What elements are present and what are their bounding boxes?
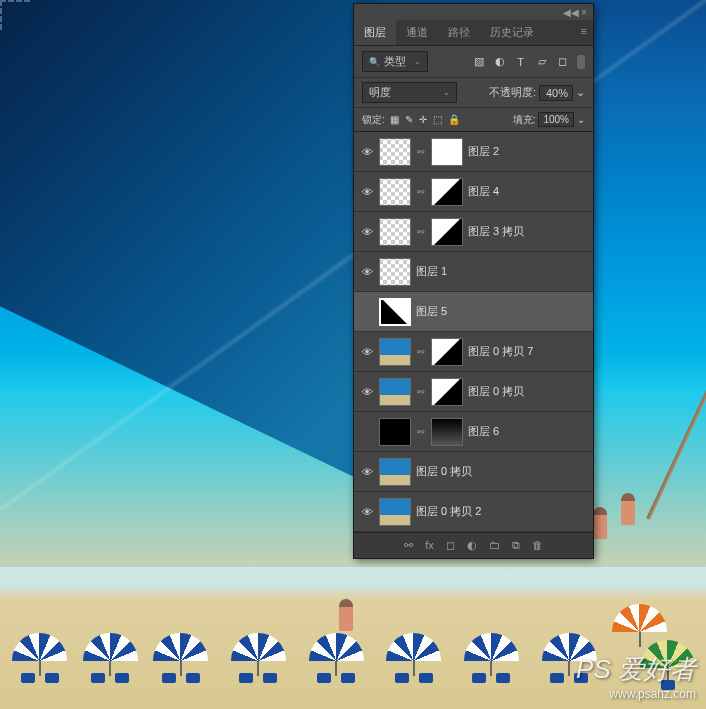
- mask-link-icon[interactable]: ⚯: [416, 187, 426, 197]
- layer-row[interactable]: 👁图层 1: [354, 252, 593, 292]
- new-layer-icon[interactable]: ⧉: [512, 539, 520, 552]
- adjustment-layer-icon[interactable]: ◐: [467, 539, 477, 552]
- visibility-toggle-icon[interactable]: 👁: [360, 145, 374, 159]
- lock-pixels-icon[interactable]: ✎: [405, 114, 413, 125]
- visibility-toggle-icon[interactable]: 👁: [360, 345, 374, 359]
- tab-paths[interactable]: 路径: [438, 20, 480, 45]
- visibility-toggle-icon[interactable]: 👁: [360, 185, 374, 199]
- filter-shape-icon[interactable]: ▱: [535, 55, 548, 68]
- layer-thumbnail[interactable]: [379, 218, 411, 246]
- fill-value[interactable]: 100%: [538, 112, 574, 127]
- watermark-brand: PS 爱好者: [576, 654, 696, 684]
- new-group-icon[interactable]: 🗀: [489, 539, 500, 552]
- layer-name[interactable]: 图层 0 拷贝: [416, 464, 472, 479]
- image-person: [339, 599, 353, 631]
- blend-mode-row: 明度 ⌄ 不透明度: 40% ⌄: [354, 78, 593, 108]
- collapse-icon[interactable]: ◀◀: [563, 7, 579, 18]
- layer-name[interactable]: 图层 1: [416, 264, 447, 279]
- mask-link-icon[interactable]: ⚯: [416, 227, 426, 237]
- mask-thumbnail[interactable]: [431, 138, 463, 166]
- layer-row[interactable]: 👁⚯图层 2: [354, 132, 593, 172]
- image-umbrella: [304, 633, 369, 688]
- image-umbrella: [78, 633, 143, 688]
- layer-name[interactable]: 图层 3 拷贝: [468, 224, 524, 239]
- layer-name[interactable]: 图层 5: [416, 304, 447, 319]
- chevron-down-icon: ⌄: [443, 88, 450, 97]
- layer-thumbnail[interactable]: [379, 498, 411, 526]
- layer-thumbnail[interactable]: [379, 178, 411, 206]
- close-icon[interactable]: ×: [581, 7, 587, 18]
- visibility-toggle-icon[interactable]: 👁: [360, 465, 374, 479]
- layer-row[interactable]: 图层 5: [354, 292, 593, 332]
- visibility-toggle-icon[interactable]: 👁: [360, 265, 374, 279]
- layer-thumbnail[interactable]: [379, 338, 411, 366]
- layer-name[interactable]: 图层 6: [468, 424, 499, 439]
- visibility-toggle-icon[interactable]: [360, 305, 374, 319]
- mask-link-icon[interactable]: ⚯: [416, 387, 426, 397]
- layer-thumbnail[interactable]: [379, 258, 411, 286]
- layers-list: 👁⚯图层 2👁⚯图层 4👁⚯图层 3 拷贝👁图层 1图层 5👁⚯图层 0 拷贝 …: [354, 132, 593, 532]
- layer-name[interactable]: 图层 0 拷贝 7: [468, 344, 533, 359]
- layers-panel[interactable]: ◀◀ × 图层 通道 路径 历史记录 ≡ 🔍 类型 ⌄ ▧ ◐ T ▱ ◻ 明度…: [353, 3, 594, 559]
- layer-thumbnail[interactable]: [379, 298, 411, 326]
- tab-layers[interactable]: 图层: [354, 20, 396, 45]
- search-icon: 🔍: [369, 57, 380, 67]
- mask-link-icon[interactable]: ⚯: [416, 147, 426, 157]
- delete-layer-icon[interactable]: 🗑: [532, 539, 543, 552]
- mask-link-icon[interactable]: ⚯: [416, 347, 426, 357]
- image-umbrella: [148, 633, 213, 688]
- filter-type-select[interactable]: 🔍 类型 ⌄: [362, 51, 428, 72]
- watermark-url: www.psahz.com: [576, 687, 696, 701]
- filter-adjustment-icon[interactable]: ◐: [493, 55, 506, 68]
- layer-row[interactable]: 👁⚯图层 0 拷贝: [354, 372, 593, 412]
- layer-fx-icon[interactable]: fx: [425, 539, 434, 552]
- lock-label: 锁定:: [362, 113, 385, 127]
- layer-thumbnail[interactable]: [379, 458, 411, 486]
- mask-thumbnail[interactable]: [431, 338, 463, 366]
- image-umbrella: [381, 633, 446, 688]
- layer-row[interactable]: 👁图层 0 拷贝 2: [354, 492, 593, 532]
- tab-history[interactable]: 历史记录: [480, 20, 544, 45]
- blend-mode-select[interactable]: 明度 ⌄: [362, 82, 457, 103]
- chevron-down-icon[interactable]: ⌄: [576, 86, 585, 99]
- layer-thumbnail[interactable]: [379, 378, 411, 406]
- layer-row[interactable]: ⚯图层 6: [354, 412, 593, 452]
- layer-row[interactable]: 👁⚯图层 0 拷贝 7: [354, 332, 593, 372]
- visibility-toggle-icon[interactable]: 👁: [360, 385, 374, 399]
- add-mask-icon[interactable]: ◻: [446, 539, 455, 552]
- layer-thumbnail[interactable]: [379, 418, 411, 446]
- mask-thumbnail[interactable]: [431, 218, 463, 246]
- layer-thumbnail[interactable]: [379, 138, 411, 166]
- lock-artboard-icon[interactable]: ⬚: [433, 114, 442, 125]
- panel-controls: ◀◀ ×: [563, 7, 587, 18]
- layer-row[interactable]: 👁⚯图层 3 拷贝: [354, 212, 593, 252]
- opacity-value[interactable]: 40%: [539, 85, 573, 101]
- visibility-toggle-icon[interactable]: [360, 425, 374, 439]
- filter-pixel-icon[interactable]: ▧: [472, 55, 485, 68]
- lock-position-icon[interactable]: ✛: [419, 114, 427, 125]
- chevron-down-icon[interactable]: ⌄: [577, 114, 585, 125]
- tab-channels[interactable]: 通道: [396, 20, 438, 45]
- layer-filter-row: 🔍 类型 ⌄ ▧ ◐ T ▱ ◻: [354, 46, 593, 78]
- filter-toggle-icon[interactable]: [577, 55, 585, 69]
- lock-all-icon[interactable]: 🔒: [448, 114, 460, 125]
- visibility-toggle-icon[interactable]: 👁: [360, 505, 374, 519]
- mask-thumbnail[interactable]: [431, 178, 463, 206]
- blend-mode-value: 明度: [369, 85, 391, 100]
- layer-row[interactable]: 👁⚯图层 4: [354, 172, 593, 212]
- layer-name[interactable]: 图层 2: [468, 144, 499, 159]
- link-layers-icon[interactable]: ⚯: [404, 539, 413, 552]
- filter-smart-icon[interactable]: ◻: [556, 55, 569, 68]
- visibility-toggle-icon[interactable]: 👁: [360, 225, 374, 239]
- mask-thumbnail[interactable]: [431, 378, 463, 406]
- layer-name[interactable]: 图层 4: [468, 184, 499, 199]
- image-person: [621, 493, 635, 525]
- layer-name[interactable]: 图层 0 拷贝 2: [416, 504, 481, 519]
- mask-thumbnail[interactable]: [431, 418, 463, 446]
- mask-link-icon[interactable]: ⚯: [416, 427, 426, 437]
- layer-name[interactable]: 图层 0 拷贝: [468, 384, 524, 399]
- layer-row[interactable]: 👁图层 0 拷贝: [354, 452, 593, 492]
- panel-menu-icon[interactable]: ≡: [575, 20, 593, 45]
- filter-type-icon[interactable]: T: [514, 55, 527, 68]
- lock-transparency-icon[interactable]: ▦: [390, 114, 399, 125]
